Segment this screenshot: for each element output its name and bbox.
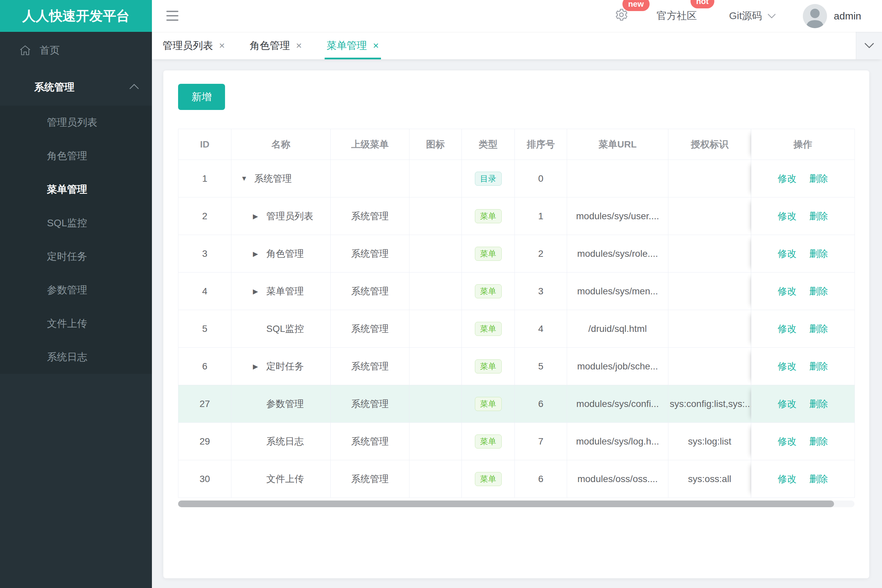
chevron-down-icon <box>767 14 776 19</box>
parent-menu: 系统管理 <box>331 385 409 423</box>
sidebar-item-role-mgmt[interactable]: 角色管理 <box>0 139 152 172</box>
tree-expand-icon[interactable]: ▶ <box>253 250 266 258</box>
sidebar-item-params[interactable]: 参数管理 <box>0 273 152 307</box>
order-number: 5 <box>515 348 567 385</box>
edit-link[interactable]: 修改 <box>778 361 796 372</box>
tab-menu-mgmt[interactable]: 菜单管理 × <box>327 32 379 59</box>
sidebar-home-label: 首页 <box>39 44 60 57</box>
delete-link[interactable]: 删除 <box>809 361 828 372</box>
community-link[interactable]: 官方社区 hot <box>657 9 697 23</box>
delete-link[interactable]: 删除 <box>809 399 828 409</box>
actions-cell: 修改删除 <box>751 460 855 498</box>
row-id: 4 <box>179 273 231 310</box>
sidebar-item-system-log[interactable]: 系统日志 <box>0 340 152 374</box>
close-icon[interactable]: × <box>296 40 302 51</box>
col-icon: 图标 <box>409 129 462 160</box>
delete-link[interactable]: 删除 <box>809 173 828 184</box>
sidebar-group-system[interactable]: 系统管理 <box>0 69 152 106</box>
delete-link[interactable]: 删除 <box>809 248 828 259</box>
add-button[interactable]: 新增 <box>178 84 225 110</box>
user-avatar[interactable] <box>803 4 827 28</box>
table-row: 29▶系统日志系统管理菜单7modules/sys/log.h...sys:lo… <box>179 423 855 460</box>
chevron-down-icon <box>864 43 874 49</box>
edit-link[interactable]: 修改 <box>778 173 796 184</box>
perms-value: sys:log:list <box>669 423 751 460</box>
menu-name: 角色管理 <box>266 248 304 260</box>
menu-url <box>567 160 669 198</box>
type-cell: 菜单 <box>462 198 515 235</box>
sidebar-item-scheduled[interactable]: 定时任务 <box>0 240 152 273</box>
tab-admin-list[interactable]: 管理员列表 × <box>163 32 225 59</box>
type-badge: 菜单 <box>475 397 502 411</box>
edit-link[interactable]: 修改 <box>778 248 796 259</box>
menu-name: 系统日志 <box>266 435 304 448</box>
menu-name-cell: ▶菜单管理 <box>231 273 331 310</box>
username-label[interactable]: admin <box>834 10 861 22</box>
perms-value <box>669 310 751 348</box>
col-perms: 授权标识 <box>669 129 751 160</box>
sidebar-toggle-icon[interactable] <box>166 11 179 21</box>
delete-link[interactable]: 删除 <box>809 286 828 296</box>
delete-link[interactable]: 删除 <box>809 436 828 447</box>
tree-expand-icon[interactable]: ▶ <box>253 212 266 220</box>
edit-link[interactable]: 修改 <box>778 324 796 334</box>
type-badge: 菜单 <box>475 284 502 298</box>
menu-icon-cell <box>409 273 462 310</box>
menu-name: 系统管理 <box>254 172 292 185</box>
tab-role-mgmt[interactable]: 角色管理 × <box>250 32 302 59</box>
git-source-menu[interactable]: Git源码 <box>729 9 776 23</box>
sidebar-group-label: 系统管理 <box>34 81 74 94</box>
type-badge: 菜单 <box>475 247 502 261</box>
tabs-dropdown-button[interactable] <box>856 32 882 59</box>
delete-link[interactable]: 删除 <box>809 211 828 221</box>
edit-link[interactable]: 修改 <box>778 399 796 409</box>
table-row: 5▶SQL监控系统管理菜单4/druid/sql.html修改删除 <box>179 310 855 348</box>
menu-icon-cell <box>409 160 462 198</box>
sidebar-item-file-upload[interactable]: 文件上传 <box>0 307 152 340</box>
close-icon[interactable]: × <box>373 40 379 51</box>
sidebar-item-home[interactable]: 首页 <box>0 32 152 69</box>
parent-menu: 系统管理 <box>331 348 409 385</box>
sidebar-item-sql-monitor[interactable]: SQL监控 <box>0 206 152 240</box>
home-icon <box>20 45 31 56</box>
edit-link[interactable]: 修改 <box>778 436 796 447</box>
sidebar-item-menu-mgmt[interactable]: 菜单管理 <box>0 172 152 206</box>
chevron-up-icon <box>129 84 139 90</box>
type-cell: 菜单 <box>462 273 515 310</box>
delete-link[interactable]: 删除 <box>809 324 828 334</box>
menu-icon-cell <box>409 235 462 273</box>
edit-link[interactable]: 修改 <box>778 474 796 484</box>
menu-icon-cell <box>409 460 462 498</box>
menu-url: modules/sys/men... <box>567 273 669 310</box>
header-actions: new 官方社区 hot Git源码 admin <box>615 0 861 32</box>
edit-link[interactable]: 修改 <box>778 211 796 221</box>
menu-name-cell: ▼系统管理 <box>231 160 331 198</box>
tree-collapse-icon[interactable]: ▼ <box>241 175 254 182</box>
horizontal-scrollbar-thumb[interactable] <box>178 501 834 507</box>
type-cell: 菜单 <box>462 235 515 273</box>
tab-label: 管理员列表 <box>163 39 213 52</box>
tree-expand-icon[interactable]: ▶ <box>253 287 266 296</box>
type-badge: 菜单 <box>475 322 502 336</box>
menu-name-cell: ▶管理员列表 <box>231 198 331 235</box>
table-row: 2▶管理员列表系统管理菜单1modules/sys/user....修改删除 <box>179 198 855 235</box>
perms-value <box>669 273 751 310</box>
row-id: 30 <box>179 460 231 498</box>
menu-url: modules/sys/log.h... <box>567 423 669 460</box>
sidebar-item-admin-list[interactable]: 管理员列表 <box>0 106 152 139</box>
type-badge: 菜单 <box>475 359 502 374</box>
type-cell: 目录 <box>462 160 515 198</box>
row-id: 5 <box>179 310 231 348</box>
sidebar: 首页 系统管理 管理员列表 角色管理 菜单管理 SQL监控 定时任务 参数管理 … <box>0 32 152 588</box>
settings-button[interactable]: new <box>615 8 628 24</box>
tree-expand-icon[interactable]: ▶ <box>253 362 266 370</box>
close-icon[interactable]: × <box>219 40 225 51</box>
menu-name-cell: ▶系统日志 <box>231 423 331 460</box>
perms-value <box>669 235 751 273</box>
tab-label: 菜单管理 <box>327 39 367 52</box>
menu-name: 定时任务 <box>266 360 304 373</box>
tab-bar: 管理员列表 × 角色管理 × 菜单管理 × <box>152 32 882 59</box>
delete-link[interactable]: 删除 <box>809 474 828 484</box>
edit-link[interactable]: 修改 <box>778 286 796 296</box>
col-id: ID <box>179 129 231 160</box>
